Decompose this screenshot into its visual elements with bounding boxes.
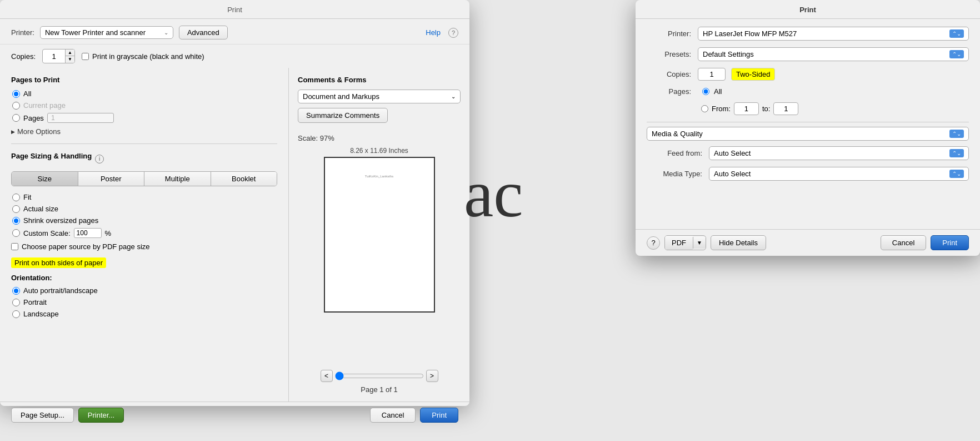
copies-stepper: ▲ ▼ — [65, 49, 74, 63]
secondary-to-input[interactable] — [773, 102, 798, 115]
radio-actual-row: Actual size — [12, 205, 277, 213]
comments-forms-title: Comments & Forms — [298, 76, 461, 84]
info-circle-icon[interactable]: i — [95, 155, 104, 163]
media-type-label: Media Type: — [647, 170, 702, 178]
help-link[interactable]: Help — [426, 28, 441, 37]
radio-fit-row: Fit — [12, 193, 277, 201]
feed-from-select[interactable]: Auto Select ⌃⌄ — [709, 146, 969, 160]
summarize-button[interactable]: Summarize Comments — [298, 108, 388, 123]
page-preview: TuiKoKin_Lanksths — [298, 157, 461, 365]
more-options-triangle-icon: ▶ — [11, 129, 15, 135]
pdf-btn-wrap: PDF ▼ — [664, 235, 706, 250]
copies-increment[interactable]: ▲ — [66, 49, 74, 56]
printer-green-button[interactable]: Printer... — [78, 408, 124, 423]
media-type-select[interactable]: Auto Select ⌃⌄ — [709, 167, 969, 181]
page-setup-button[interactable]: Page Setup... — [11, 408, 74, 423]
media-quality-select[interactable]: Media & Quality ⌃⌄ — [647, 127, 969, 141]
secondary-presets-select[interactable]: Default Settings ⌃⌄ — [698, 47, 969, 61]
both-sides-label: Print on both sides of paper — [11, 257, 106, 268]
secondary-cancel-button[interactable]: Cancel — [881, 235, 926, 250]
help-circle-icon[interactable]: ? — [448, 28, 458, 38]
media-type-row: Media Type: Auto Select ⌃⌄ — [647, 167, 969, 181]
cf-arrow-icon: ⌄ — [451, 93, 456, 100]
secondary-help-button[interactable]: ? — [647, 236, 660, 250]
secondary-pages-from-radio[interactable] — [701, 105, 708, 112]
radio-shrink-label: Shrink oversized pages — [23, 216, 98, 225]
grayscale-label: Print in grayscale (black and white) — [92, 52, 204, 61]
printer-label: Printer: — [11, 28, 34, 37]
main-print-button[interactable]: Print — [420, 408, 458, 423]
secondary-presets-value: Default Settings — [703, 50, 754, 58]
radio-auto-orient[interactable] — [12, 287, 20, 295]
media-quality-label: Media & Quality — [652, 130, 703, 138]
tab-booklet[interactable]: Booklet — [211, 172, 277, 186]
prev-page-button[interactable]: < — [321, 370, 333, 382]
scale-label: Scale: 97% — [298, 134, 334, 142]
tab-size[interactable]: Size — [12, 172, 78, 186]
copies-decrement[interactable]: ▼ — [66, 56, 74, 63]
tab-multiple[interactable]: Multiple — [144, 172, 211, 186]
printer-select[interactable]: New Tower Printer and scanner ⌄ — [40, 26, 173, 39]
radio-shrink[interactable] — [12, 217, 20, 225]
page-thumb-text: TuiKoKin_Lanksths — [365, 175, 393, 178]
grayscale-checkbox[interactable] — [82, 53, 89, 60]
page-sizing-title: Page Sizing & Handling — [11, 152, 92, 160]
cf-select[interactable]: Document and Markups ⌄ — [298, 90, 461, 103]
paper-source-checkbox[interactable] — [11, 243, 18, 250]
secondary-dialog-title: Print — [636, 0, 980, 19]
radio-all-label: All — [23, 90, 31, 98]
nav-row: < > — [298, 370, 461, 382]
radio-custom[interactable] — [12, 229, 20, 237]
advanced-button[interactable]: Advanced — [179, 26, 228, 39]
next-page-button[interactable]: > — [426, 370, 438, 382]
right-panel: Comments & Forms Document and Markups ⌄ … — [289, 68, 469, 402]
copies-row: Copies: ▲ ▼ Print in grayscale (black an… — [0, 44, 469, 68]
custom-scale-input[interactable] — [74, 228, 102, 238]
page-slider[interactable] — [335, 371, 424, 380]
pct-label: % — [105, 229, 112, 237]
radio-actual-label: Actual size — [23, 205, 58, 213]
radio-landscape[interactable] — [12, 310, 20, 318]
main-cancel-button[interactable]: Cancel — [370, 408, 416, 423]
more-options[interactable]: ▶ More Options — [11, 127, 277, 136]
pdf-arrow-button[interactable]: ▼ — [693, 237, 706, 249]
secondary-from-input[interactable] — [734, 102, 759, 115]
feed-from-row: Feed from: Auto Select ⌃⌄ — [647, 146, 969, 160]
radio-fit-label: Fit — [23, 193, 31, 201]
bottom-right: Cancel Print — [370, 408, 458, 423]
radio-auto-row: Auto portrait/landscape — [12, 286, 277, 295]
secondary-printer-select[interactable]: HP LaserJet Flow MFP M527 ⌃⌄ — [698, 27, 969, 41]
secondary-pages-all-radio[interactable] — [702, 88, 709, 95]
page-count: Page 1 of 1 — [298, 385, 461, 394]
radio-pages-label: Pages — [23, 114, 44, 122]
radio-actual[interactable] — [12, 205, 20, 213]
scale-row: Scale: 97% — [298, 134, 461, 142]
two-sided-badge[interactable]: Two-Sided — [731, 68, 775, 81]
radio-shrink-row: Shrink oversized pages — [12, 216, 277, 225]
radio-all[interactable] — [12, 90, 20, 98]
tab-poster[interactable]: Poster — [78, 172, 145, 186]
secondary-print-button[interactable]: Print — [931, 235, 969, 250]
hide-details-button[interactable]: Hide Details — [711, 235, 766, 250]
radio-pages-row: Pages — [12, 113, 277, 123]
feed-from-label: Feed from: — [647, 149, 702, 157]
copies-input[interactable] — [43, 51, 65, 62]
orientation-title: Orientation: — [11, 274, 277, 282]
pages-range-input[interactable] — [47, 113, 114, 123]
secondary-copies-input[interactable] — [698, 68, 726, 81]
cf-select-value: Document and Markups — [303, 92, 379, 101]
secondary-bottom-bar: ? PDF ▼ Hide Details Cancel Print — [636, 229, 980, 256]
pdf-button[interactable]: PDF — [665, 236, 693, 250]
pages-radio-group: All Current page Pages — [12, 90, 277, 123]
radio-portrait[interactable] — [12, 299, 20, 306]
radio-portrait-label: Portrait — [23, 298, 47, 306]
grayscale-check: Print in grayscale (black and white) — [82, 52, 204, 61]
radio-auto-label: Auto portrait/landscape — [23, 286, 98, 295]
radio-fit[interactable] — [12, 194, 20, 201]
radio-current-label: Current page — [23, 101, 66, 110]
radio-current[interactable] — [12, 102, 20, 110]
radio-pages[interactable] — [12, 114, 20, 122]
page-size-label: 8.26 x 11.69 Inches — [298, 147, 461, 155]
secondary-dialog-body: Printer: HP LaserJet Flow MFP M527 ⌃⌄ Pr… — [636, 19, 980, 195]
secondary-pages-from-row: From: to: — [647, 102, 969, 115]
